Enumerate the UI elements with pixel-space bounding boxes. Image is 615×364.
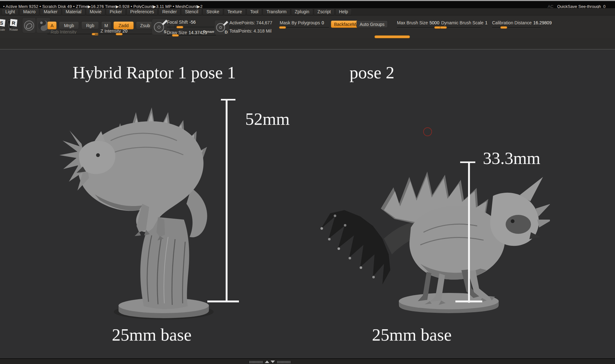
menu-light[interactable]: Light <box>2 9 19 15</box>
menu-movie[interactable]: Movie <box>86 9 105 15</box>
draw-size-slider[interactable] <box>167 35 216 36</box>
scale-mode-button[interactable]: S Scale <box>0 19 5 31</box>
menu-transform[interactable]: Transform <box>263 9 290 15</box>
top-shelf-toolbar: S Scale R Rotate A Mrgb Rgb M Zadd Zsub … <box>0 15 615 39</box>
menu-help[interactable]: Help <box>335 9 352 15</box>
max-brush-size-label: Max Brush Size5000 <box>397 20 439 25</box>
draw-size-handle[interactable] <box>172 34 179 37</box>
menu-preferences[interactable]: Preferences <box>126 9 158 15</box>
menu-material[interactable]: Material <box>62 9 85 15</box>
brush-icon-d: D <box>214 20 229 35</box>
model-left-raptor-pose1 <box>47 93 228 324</box>
measure-line-right-bottom-tick <box>455 300 482 302</box>
annotation-height-left: 52mm <box>245 109 290 129</box>
dynamic-brush-scale-handle[interactable] <box>440 26 447 29</box>
auto-groups-button[interactable]: Auto Groups <box>356 21 388 28</box>
annotation-base-right: 25mm base <box>372 325 452 345</box>
rgb-intensity-slider[interactable] <box>47 34 99 34</box>
focal-shift-handle[interactable] <box>176 26 183 28</box>
brush-cursor <box>423 127 432 136</box>
z-intensity-handle[interactable] <box>116 33 123 35</box>
brush-selector-d[interactable]: D <box>214 20 229 35</box>
status-bar: • Active Mem 9252 • Scratch Disk 49 • ZT… <box>0 2 615 8</box>
menu-marker[interactable]: Marker <box>40 9 61 15</box>
bottom-tray-grip-right[interactable] <box>277 361 291 364</box>
shelf-gap <box>0 38 615 49</box>
z-intensity-label: Z Intensity20 <box>100 28 127 33</box>
bottom-tray-grip-left[interactable] <box>249 361 263 364</box>
annotation-height-right: 33.3mm <box>483 148 540 168</box>
menu-render[interactable]: Render <box>158 9 180 15</box>
scale-icon: S <box>0 19 5 27</box>
measure-line-left-bottom-tick <box>207 300 239 302</box>
rgb-button[interactable]: Rgb <box>81 21 99 29</box>
dynamic-brush-scale-slider[interactable] <box>440 27 481 28</box>
rotate-icon: R <box>9 19 17 27</box>
measure-line-right-vertical <box>468 163 470 303</box>
anchor-button[interactable]: A <box>47 21 57 29</box>
menu-stroke[interactable]: Stroke <box>203 9 223 15</box>
calibration-distance-handle[interactable] <box>500 26 507 29</box>
annotation-title-left: Hybrid Raptor 1 pose 1 <box>73 63 236 82</box>
mask-by-polygroups-slider[interactable] <box>279 27 329 28</box>
measure-line-left-vertical <box>226 100 228 302</box>
measure-line-right-top-tick <box>460 161 475 163</box>
menu-texture[interactable]: Texture <box>224 9 246 15</box>
menu-stencil[interactable]: Stencil <box>181 9 202 15</box>
bottom-tray <box>0 358 615 364</box>
tray-arrow-down-icon[interactable] <box>271 361 275 363</box>
svg-text:D: D <box>225 30 228 34</box>
focal-shift-label: Focal Shift-56 <box>167 20 196 25</box>
tray-arrow-up-icon[interactable] <box>265 361 269 363</box>
calibration-distance-slider[interactable] <box>492 27 541 28</box>
menu-bar: Light Macro Marker Material Movie Picker… <box>0 8 615 15</box>
active-points-readout: ActivePoints: 744,677 <box>229 20 272 25</box>
menu-tool[interactable]: Tool <box>247 9 262 15</box>
max-brush-size-slider[interactable] <box>397 27 439 28</box>
total-points-readout: TotalPoints: 4.318 Mil <box>229 28 271 33</box>
mask-by-polygroups-handle[interactable] <box>279 26 286 29</box>
menu-zplugin[interactable]: Zplugin <box>291 9 313 15</box>
menu-macro[interactable]: Macro <box>19 9 39 15</box>
annotation-title-right: pose 2 <box>350 63 394 82</box>
menu-zscript[interactable]: Zscript <box>314 9 335 15</box>
focal-shift-slider[interactable] <box>167 27 245 27</box>
measure-line-left-top-tick <box>221 99 235 100</box>
stroke-picker[interactable] <box>22 17 36 33</box>
svg-text:S: S <box>164 29 167 34</box>
annotation-base-left: 25mm base <box>112 325 192 345</box>
mrgb-button[interactable]: Mrgb <box>59 21 79 29</box>
stroke-icon <box>22 17 36 33</box>
dynamic-brush-scale-label: Dynamic Brush Scale1 <box>441 20 488 25</box>
rotate-mode-button[interactable]: R Rotate <box>9 19 18 31</box>
model-right-raptor-pose2 <box>316 160 550 319</box>
menu-picker[interactable]: Picker <box>106 9 126 15</box>
mask-by-polygroups-label: Mask By Polygroups0 <box>280 20 324 25</box>
tray-divider-handle[interactable] <box>374 35 410 38</box>
calibration-distance-label: Calibration Distance16.29809 <box>492 20 552 25</box>
